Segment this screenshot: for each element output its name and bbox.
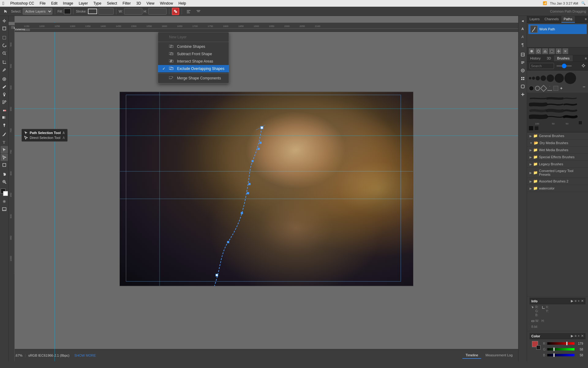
menu-help[interactable]: Help	[176, 1, 189, 6]
quick-mask-tool[interactable]	[1, 198, 8, 205]
brush-preset-3[interactable]	[536, 76, 540, 80]
brush-preset-2[interactable]	[532, 77, 535, 80]
info-add-btn[interactable]: +	[578, 299, 580, 303]
menu-select[interactable]: Select	[104, 1, 119, 6]
dropdown-merge-components[interactable]: Merge Shape Components	[158, 75, 229, 82]
clone-stamp-tool[interactable]	[1, 91, 8, 98]
rs-icon-3[interactable]	[519, 67, 526, 74]
active-layers-select[interactable]: Active Layers	[23, 8, 52, 15]
work-path-item[interactable]: Work Path	[528, 24, 587, 34]
paragraph-tool-r[interactable]: ¶	[519, 41, 526, 48]
square-icon[interactable]	[553, 86, 558, 91]
circle-stroke-icon[interactable]	[535, 86, 540, 91]
history-brush-tool[interactable]	[1, 98, 8, 106]
menu-type[interactable]: Type	[91, 1, 104, 6]
wet-media-header[interactable]: ▶ 📁 Wet Media Brushes	[527, 147, 588, 153]
brush-list-btn[interactable]	[582, 86, 586, 91]
align-left-btn[interactable]	[184, 8, 193, 15]
pen-tool[interactable]	[1, 131, 8, 138]
history-tab[interactable]: History	[527, 55, 544, 61]
direct-selection-row[interactable]: Direct Selection Tool A	[24, 135, 65, 140]
dodge-tool[interactable]	[1, 121, 8, 129]
new-path-btn[interactable]	[556, 48, 561, 54]
eraser-tool[interactable]	[1, 106, 8, 113]
dropdown-new-layer[interactable]: New Layer	[158, 33, 229, 41]
color-close-btn[interactable]: ✕	[581, 334, 584, 338]
path-operations-button[interactable]	[172, 8, 179, 15]
brush-tool[interactable]	[1, 83, 8, 90]
brush-preset-7[interactable]	[564, 72, 576, 84]
artboard-tool[interactable]	[1, 25, 8, 32]
foreground-background-colors[interactable]	[1, 189, 8, 196]
menu-window[interactable]: Window	[157, 1, 175, 6]
stroke-path-btn[interactable]	[536, 48, 541, 54]
menu-file[interactable]: File	[37, 1, 48, 6]
dry-media-header[interactable]: ▼ 📂 Dry Media Brushes	[527, 140, 588, 146]
height-input[interactable]	[148, 8, 167, 15]
assorted2-header[interactable]: ▶ 📁 Assorted Brushes 2	[527, 178, 588, 185]
circle-brush-icon[interactable]	[529, 86, 534, 91]
dropdown-intersect[interactable]: Intersect Shape Areas	[158, 58, 229, 65]
star-icon[interactable]: ✦	[560, 86, 564, 91]
expand-panel-btn[interactable]: ◄	[519, 17, 526, 25]
triangle-icon[interactable]	[547, 86, 552, 91]
show-more-btn[interactable]: SHOW MORE	[74, 354, 96, 357]
brushes-options-btn[interactable]: ≡	[584, 55, 588, 61]
direct-selection-tool[interactable]	[1, 154, 8, 161]
zoom-tool[interactable]	[1, 178, 8, 186]
spotlight-icon[interactable]: 🔍	[581, 1, 586, 5]
info-expand-btn[interactable]: ▶	[571, 299, 573, 303]
path-selection-row[interactable]: Path Selection Tool A	[24, 130, 65, 135]
selection-tool-btn[interactable]	[2, 8, 10, 15]
dropdown-subtract-front[interactable]: Subtract Front Shape	[158, 50, 229, 58]
type-tool-r[interactable]: A	[519, 25, 526, 33]
color-add-btn[interactable]: +	[578, 334, 580, 338]
marquee-tool[interactable]	[1, 34, 8, 41]
3d-tab[interactable]: 3D	[544, 55, 554, 61]
r-bar-container[interactable]	[547, 342, 575, 345]
lasso-tool[interactable]	[1, 42, 8, 49]
sq-brush-2[interactable]	[534, 126, 539, 130]
apple-menu[interactable]: 	[2, 1, 4, 6]
brush-size-slider[interactable]	[556, 65, 572, 67]
rs-icon-4[interactable]	[519, 75, 526, 82]
color-swatches[interactable]	[532, 341, 541, 350]
move-tool[interactable]	[1, 17, 8, 25]
gradient-tool[interactable]	[1, 114, 8, 121]
r-thumb[interactable]	[566, 342, 567, 345]
special-effects-header[interactable]: ▶ 📁 Special Effects Brushes	[527, 154, 588, 160]
rs-icon-2[interactable]	[519, 59, 526, 66]
menu-edit[interactable]: Edit	[49, 1, 60, 6]
dropdown-exclude-overlapping[interactable]: ✓ Exclude Overlapping Shapes	[158, 65, 229, 72]
fill-color-swatch[interactable]	[64, 9, 71, 14]
hand-tool[interactable]	[1, 171, 8, 178]
bg-color-swatch[interactable]	[536, 345, 541, 350]
rs-icon-1[interactable]	[519, 51, 526, 58]
path-selection-tool[interactable]	[1, 146, 8, 153]
brushes-tab[interactable]: Brushes	[554, 55, 572, 61]
brush-search-input[interactable]	[530, 63, 554, 69]
rs-icon-5[interactable]	[519, 83, 526, 90]
screen-mode-tool[interactable]	[1, 205, 8, 213]
converted-legacy-header[interactable]: ▶ 📁 Converted Legacy Tool Presets	[527, 168, 588, 178]
load-path-btn[interactable]	[542, 48, 548, 54]
menu-3d[interactable]: 3D	[134, 1, 143, 6]
quick-select-tool[interactable]	[1, 49, 8, 57]
delete-path-btn[interactable]	[563, 48, 568, 54]
menu-photoshop[interactable]: Photoshop CC	[8, 1, 36, 6]
brush-preset-5[interactable]	[547, 75, 554, 82]
menu-layer[interactable]: Layer	[76, 1, 90, 6]
channels-tab[interactable]: Channels	[542, 16, 561, 23]
mask-from-path-btn[interactable]	[549, 48, 555, 54]
menu-filter[interactable]: Filter	[120, 1, 133, 6]
brush-preset-1[interactable]	[529, 77, 531, 79]
diamond-icon[interactable]	[540, 85, 547, 92]
legacy-brushes-header[interactable]: ▶ 📁 Legacy Brushes	[527, 161, 588, 167]
timeline-tab[interactable]: Timeline	[462, 352, 481, 359]
fill-path-btn[interactable]	[529, 48, 534, 54]
sq-brush-1[interactable]	[529, 126, 533, 130]
g-thumb[interactable]	[553, 347, 555, 351]
b-thumb[interactable]	[553, 353, 555, 357]
dropdown-combine-shapes[interactable]: Combine Shapes	[158, 43, 229, 50]
crop-tool[interactable]	[1, 59, 8, 66]
